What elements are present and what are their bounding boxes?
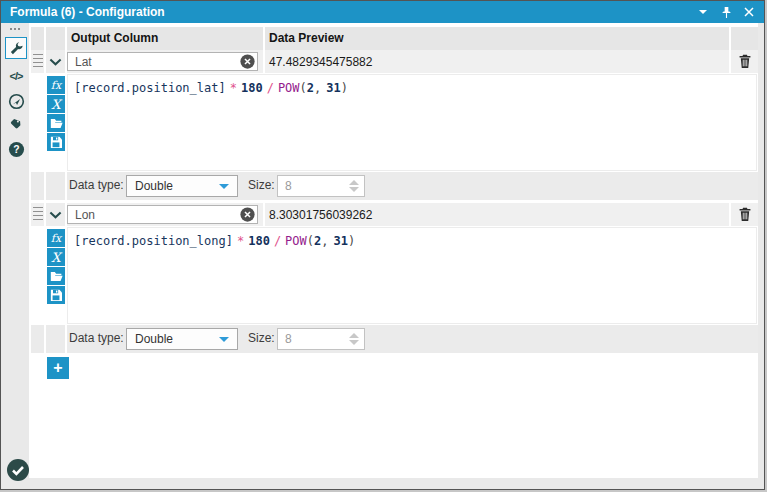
output-column-input[interactable]: [67, 52, 258, 71]
size-label: Size:: [248, 331, 275, 345]
open-folder-icon: [50, 271, 63, 282]
pin-icon[interactable]: [719, 5, 733, 19]
functions-button[interactable]: fx: [47, 76, 65, 94]
expression-text: [record.position_lat]*180/POW(2,31): [74, 81, 756, 95]
size-spinner: [277, 175, 365, 197]
header-data-preview: Data Preview: [269, 31, 344, 45]
save-expression-button[interactable]: [47, 286, 65, 304]
data-type-select[interactable]: Double: [126, 175, 238, 197]
variables-icon: X: [51, 250, 60, 265]
expression-editor[interactable]: [record.position_long]*180/POW(2,31): [67, 227, 757, 324]
expression-text: [record.position_long]*180/POW(2,31): [74, 234, 756, 248]
titlebar: Formula (6) - Configuration: [1, 1, 764, 23]
variables-icon: X: [51, 97, 60, 112]
trash-icon: [738, 207, 752, 222]
select-caret-icon: [219, 337, 229, 342]
variables-button[interactable]: X: [47, 248, 65, 266]
formula-configuration-panel: Formula (6) - Configuration </>: [0, 0, 765, 490]
select-caret-icon: [219, 184, 229, 189]
save-disk-icon: [50, 289, 62, 301]
data-preview-value: 47.4829345475882: [269, 50, 372, 73]
chevron-down-icon: [49, 211, 62, 219]
delete-formula-button[interactable]: [731, 203, 758, 226]
save-expression-button[interactable]: [47, 133, 65, 151]
open-folder-icon: [50, 118, 63, 129]
spin-up-icon[interactable]: [349, 333, 359, 338]
panel-grip-dots-icon[interactable]: [10, 28, 12, 30]
spin-down-icon[interactable]: [349, 187, 359, 192]
trash-icon: [738, 54, 752, 69]
expression-editor[interactable]: [record.position_lat]*180/POW(2,31): [67, 74, 757, 171]
panel-menu-caret-icon[interactable]: [696, 5, 710, 19]
collapse-button[interactable]: [46, 50, 65, 73]
size-spinner: [277, 328, 365, 350]
formula-block-lon: 8.30301756039262 fx X [record.position_l…: [1, 203, 765, 353]
data-type-value: Double: [135, 332, 173, 346]
clear-input-icon[interactable]: [240, 207, 255, 222]
datatype-label: Data type:: [69, 331, 124, 345]
size-input[interactable]: [278, 176, 344, 196]
status-ok-icon: [7, 459, 29, 481]
size-label: Size:: [248, 178, 275, 192]
spin-up-icon[interactable]: [349, 180, 359, 185]
datatype-label: Data type:: [69, 178, 124, 192]
header-output-column: Output Column: [71, 31, 158, 45]
drag-grip-icon[interactable]: [33, 54, 43, 69]
save-disk-icon: [50, 136, 62, 148]
size-input[interactable]: [278, 329, 344, 349]
drag-grip-icon[interactable]: [33, 207, 43, 222]
functions-button[interactable]: fx: [47, 229, 65, 247]
variables-button[interactable]: X: [47, 95, 65, 113]
data-preview-value: 8.30301756039262: [269, 203, 372, 226]
fx-icon: fx: [51, 79, 61, 92]
open-expression-button[interactable]: [47, 114, 65, 132]
collapse-button[interactable]: [46, 203, 65, 226]
open-expression-button[interactable]: [47, 267, 65, 285]
formula-block-lat: 47.4829345475882 fx X [record.position_l…: [1, 50, 765, 200]
fx-icon: fx: [51, 232, 61, 245]
output-column-input[interactable]: [67, 205, 258, 224]
delete-formula-button[interactable]: [731, 50, 758, 73]
spin-down-icon[interactable]: [349, 340, 359, 345]
panel-title: Formula (6) - Configuration: [1, 5, 165, 19]
chevron-down-icon: [49, 58, 62, 66]
clear-input-icon[interactable]: [240, 54, 255, 69]
close-icon[interactable]: [742, 5, 756, 19]
data-type-value: Double: [135, 179, 173, 193]
add-formula-button[interactable]: +: [47, 357, 69, 379]
data-type-select[interactable]: Double: [126, 328, 238, 350]
